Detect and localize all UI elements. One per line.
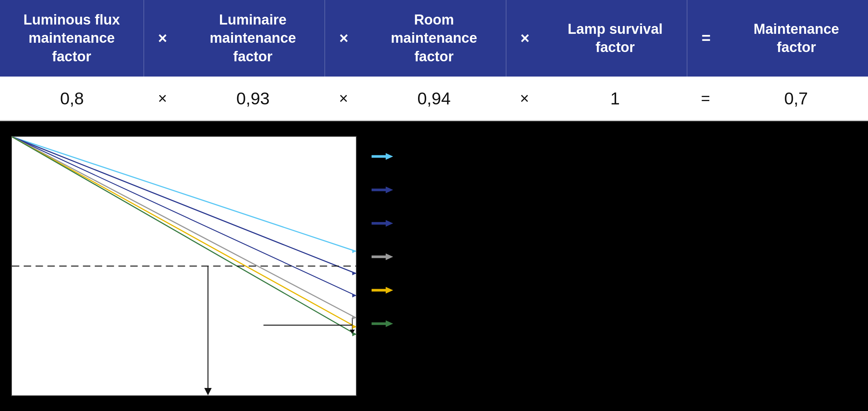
value-lamp-survival: 1 — [543, 88, 687, 109]
legend-arrow-light-blue — [372, 151, 394, 162]
line-green — [12, 137, 356, 334]
value-op3: × — [506, 90, 543, 107]
svg-marker-9 — [386, 287, 393, 294]
chart-svg — [12, 137, 356, 395]
legend-arrow-dark-blue-2 — [372, 218, 394, 229]
header-luminaire: Luminaire maintenance factor — [181, 0, 326, 77]
svg-marker-3 — [386, 187, 393, 193]
header-luminous-flux: Luminous flux maintenance factor — [0, 0, 144, 77]
value-op2: × — [325, 90, 362, 107]
header-op2: × — [325, 0, 362, 77]
svg-marker-1 — [386, 153, 393, 160]
legend-arrow-green — [372, 318, 394, 329]
legend-area — [357, 140, 409, 340]
value-luminaire: 0,93 — [181, 88, 325, 109]
arrow-head — [204, 388, 212, 395]
value-op4: = — [687, 90, 724, 107]
legend-item-dark-blue-2 — [372, 218, 394, 229]
value-luminous-flux: 0,8 — [0, 88, 144, 109]
legend-item-gray — [372, 251, 394, 262]
header-op1: × — [144, 0, 181, 77]
header-maintenance: Maintenance factor — [725, 0, 868, 77]
value-maintenance: 0,7 — [724, 88, 868, 109]
header-op4: = — [687, 0, 725, 77]
legend-item-dark-blue-1 — [372, 184, 394, 195]
legend-item-light-blue — [372, 151, 394, 162]
header-lamp-survival: Lamp survival factor — [544, 0, 688, 77]
legend-item-yellow — [372, 285, 394, 296]
legend-arrow-gray — [372, 251, 394, 262]
values-row: 0,8 × 0,93 × 0,94 × 1 = 0,7 — [0, 77, 868, 121]
header-op3: × — [506, 0, 544, 77]
line-gray — [12, 137, 356, 318]
legend-item-green — [372, 318, 394, 329]
value-room: 0,94 — [362, 88, 506, 109]
header-room: Room maintenance factor — [362, 0, 506, 77]
value-op1: × — [144, 90, 181, 107]
line-dark-blue-2 — [12, 137, 356, 296]
endpoint-light-blue — [352, 249, 356, 253]
chart-area — [11, 136, 357, 396]
svg-marker-5 — [386, 220, 393, 227]
svg-marker-7 — [386, 253, 393, 260]
line-light-blue — [12, 137, 356, 251]
svg-marker-11 — [386, 320, 393, 327]
header-row: Luminous flux maintenance factor × Lumin… — [0, 0, 868, 77]
line-dark-blue-1 — [12, 137, 356, 274]
legend-arrow-dark-blue-1 — [372, 184, 394, 195]
chart-container — [0, 121, 868, 411]
line-yellow — [12, 137, 356, 327]
legend-arrow-yellow — [372, 285, 394, 296]
